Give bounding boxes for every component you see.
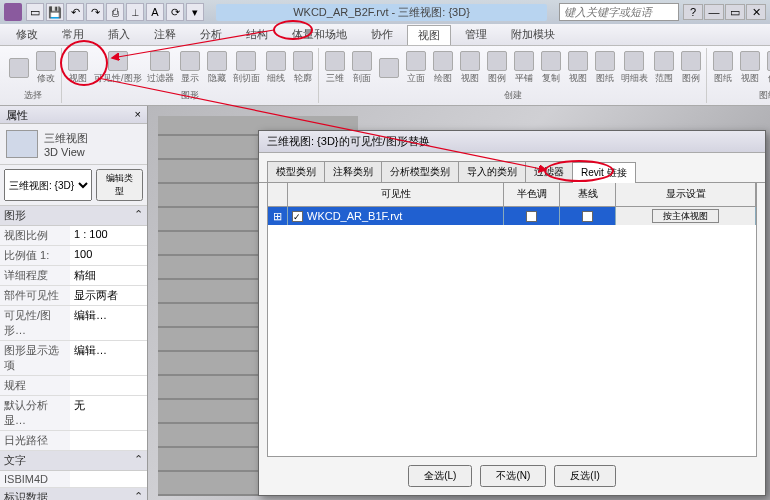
- prop-row[interactable]: 部件可见性显示两者: [0, 286, 147, 306]
- ribbon-btn-轮廓[interactable]: 轮廓: [290, 50, 316, 86]
- search-input[interactable]: [559, 3, 679, 21]
- qat-open-icon[interactable]: ▭: [26, 3, 44, 21]
- menu-分析[interactable]: 分析: [190, 25, 232, 44]
- ribbon-btn-绘图[interactable]: 绘图: [430, 50, 456, 86]
- edit-type-button[interactable]: 编辑类型: [96, 169, 143, 201]
- help-icon[interactable]: ?: [683, 4, 703, 20]
- underlay-checkbox[interactable]: [582, 211, 593, 222]
- ribbon-btn-可见性/图形[interactable]: 可见性/图形: [92, 50, 144, 86]
- ribbon-btn-平铺[interactable]: 平铺: [511, 50, 537, 86]
- ribbon-group-label: 选择: [24, 88, 42, 103]
- ribbon-group-图形: 视图可见性/图形过滤器显示隐藏剖切面细线轮廓图形: [63, 48, 319, 103]
- dialog-tab-4[interactable]: 过滤器: [525, 161, 573, 182]
- prop-row[interactable]: 可见性/图形…编辑…: [0, 306, 147, 341]
- properties-close-icon[interactable]: ×: [135, 108, 141, 121]
- ribbon-btn-剖切面[interactable]: 剖切面: [231, 50, 262, 86]
- qat-print-icon[interactable]: ⎙: [106, 3, 124, 21]
- prop-row[interactable]: 图形显示选项编辑…: [0, 341, 147, 376]
- link-row[interactable]: ⊞ WKCD_AR_B1F.rvt 按主体视图: [268, 207, 756, 225]
- ribbon-btn-三维[interactable]: 三维: [322, 50, 348, 86]
- col-display: 显示设置: [616, 183, 756, 206]
- prop-row[interactable]: 日光路径: [0, 431, 147, 451]
- menu-体量和场地[interactable]: 体量和场地: [282, 25, 357, 44]
- ribbon-btn-复制[interactable]: 复制: [538, 50, 564, 86]
- dialog-selection-buttons: 全选(L)不选(N)反选(I): [259, 457, 765, 495]
- dialog-title: 三维视图: {3D}的可见性/图形替换: [259, 131, 765, 153]
- menu-注释[interactable]: 注释: [144, 25, 186, 44]
- dlg-btn-全选(L)[interactable]: 全选(L): [408, 465, 472, 487]
- ribbon-btn-范围[interactable]: 范围: [651, 50, 677, 86]
- qat-measure-icon[interactable]: ⟂: [126, 3, 144, 21]
- visibility-checkbox[interactable]: [292, 211, 303, 222]
- dlg-btn-不选(N)[interactable]: 不选(N): [480, 465, 546, 487]
- expand-icon[interactable]: ⊞: [273, 210, 282, 223]
- menu-管理[interactable]: 管理: [455, 25, 497, 44]
- prop-row[interactable]: 视图比例1 : 100: [0, 226, 147, 246]
- dialog-tab-5[interactable]: Revit 链接: [572, 162, 636, 183]
- section-文字[interactable]: 文字⌃: [0, 451, 147, 471]
- col-halftone: 半色调: [504, 183, 560, 206]
- ribbon-btn-隐藏[interactable]: 隐藏: [204, 50, 230, 86]
- menu-常用[interactable]: 常用: [52, 25, 94, 44]
- qat-more-icon[interactable]: ▾: [186, 3, 204, 21]
- view-type-name-en: 3D View: [44, 146, 88, 158]
- display-settings-button[interactable]: 按主体视图: [652, 209, 719, 223]
- menu-协作[interactable]: 协作: [361, 25, 403, 44]
- ribbon-btn-视图[interactable]: 视图: [457, 50, 483, 86]
- ribbon-group-选择: 修改选择: [4, 48, 62, 103]
- menu-修改[interactable]: 修改: [6, 25, 48, 44]
- maximize-button[interactable]: ▭: [725, 4, 745, 20]
- dialog-tabs: 模型类别注释类别分析模型类别导入的类别过滤器Revit 链接: [259, 153, 765, 183]
- ribbon-btn-视图[interactable]: 视图: [65, 50, 91, 86]
- ribbon-btn-视图[interactable]: 视图: [737, 50, 763, 86]
- dialog-tab-1[interactable]: 注释类别: [324, 161, 382, 182]
- menu-结构[interactable]: 结构: [236, 25, 278, 44]
- ribbon-btn-修改[interactable]: 修改: [33, 50, 59, 86]
- section-标识数据[interactable]: 标识数据⌃: [0, 488, 147, 500]
- prop-row[interactable]: 规程: [0, 376, 147, 396]
- dialog-tab-3[interactable]: 导入的类别: [458, 161, 526, 182]
- menu-插入[interactable]: 插入: [98, 25, 140, 44]
- dlg-btn-反选(I)[interactable]: 反选(I): [554, 465, 615, 487]
- app-icon[interactable]: [4, 3, 22, 21]
- ribbon-btn-图纸[interactable]: 图纸: [710, 50, 736, 86]
- ribbon-btn-显示[interactable]: 显示: [177, 50, 203, 86]
- ribbon-btn-明细表[interactable]: 明细表: [619, 50, 650, 86]
- ribbon-btn-视图[interactable]: 视图: [565, 50, 591, 86]
- ribbon-btn-item[interactable]: [376, 57, 402, 80]
- ribbon-btn-剖面[interactable]: 剖面: [349, 50, 375, 86]
- ribbon-btn-过滤器[interactable]: 过滤器: [145, 50, 176, 86]
- section-图形[interactable]: 图形⌃: [0, 206, 147, 226]
- prop-row[interactable]: 比例值 1:100: [0, 246, 147, 266]
- dialog-tab-2[interactable]: 分析模型类别: [381, 161, 459, 182]
- ribbon-group-label: 图纸组合: [759, 88, 770, 103]
- prop-row[interactable]: 默认分析显…无: [0, 396, 147, 431]
- qat-undo-icon[interactable]: ↶: [66, 3, 84, 21]
- ribbon-group-图纸组合: 图纸视图修订拼接视图图纸组合: [708, 48, 770, 103]
- ribbon-btn-图纸[interactable]: 图纸: [592, 50, 618, 86]
- qat-save-icon[interactable]: 💾: [46, 3, 64, 21]
- ribbon-btn-图例[interactable]: 图例: [678, 50, 704, 86]
- minimize-button[interactable]: —: [704, 4, 724, 20]
- ribbon-btn-修订[interactable]: 修订: [764, 50, 770, 86]
- view-instance-select[interactable]: 三维视图: {3D}: [4, 169, 92, 201]
- dialog-tab-0[interactable]: 模型类别: [267, 161, 325, 182]
- view-type-selector[interactable]: 三维视图 3D View: [0, 124, 147, 165]
- menu-视图[interactable]: 视图: [407, 25, 451, 45]
- ribbon-btn-立面[interactable]: 立面: [403, 50, 429, 86]
- qat-text-icon[interactable]: A: [146, 3, 164, 21]
- properties-table: 图形⌃视图比例1 : 100比例值 1:100详细程度精细部件可见性显示两者可见…: [0, 206, 147, 500]
- ribbon-btn-图例[interactable]: 图例: [484, 50, 510, 86]
- halftone-checkbox[interactable]: [526, 211, 537, 222]
- prop-row[interactable]: ISBIM4D: [0, 471, 147, 488]
- qat-redo-icon[interactable]: ↷: [86, 3, 104, 21]
- prop-row[interactable]: 详细程度精细: [0, 266, 147, 286]
- close-button[interactable]: ✕: [746, 4, 766, 20]
- qat-sync-icon[interactable]: ⟳: [166, 3, 184, 21]
- visibility-graphics-dialog: 三维视图: {3D}的可见性/图形替换 模型类别注释类别分析模型类别导入的类别过…: [258, 130, 766, 496]
- menu-附加模块[interactable]: 附加模块: [501, 25, 565, 44]
- ribbon-btn-细线[interactable]: 细线: [263, 50, 289, 86]
- ribbon-btn-item[interactable]: [6, 57, 32, 80]
- properties-header: 属性 ×: [0, 106, 147, 124]
- properties-title: 属性: [6, 108, 28, 121]
